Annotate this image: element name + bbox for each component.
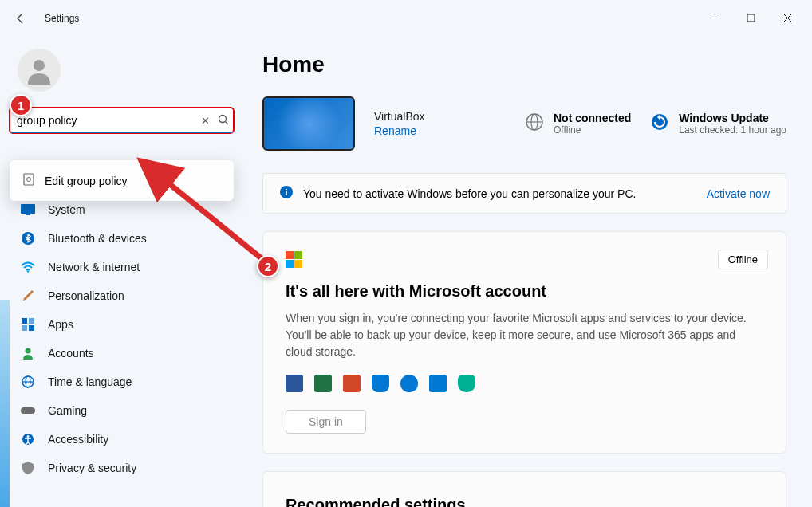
nav-label: Personalization <box>48 289 124 302</box>
svg-text:i: i <box>285 187 287 197</box>
network-status-title: Not connected <box>554 112 631 124</box>
banner-text: You need to activate Windows before you … <box>303 187 636 200</box>
minimize-button[interactable] <box>696 6 732 30</box>
svg-rect-1 <box>747 14 755 22</box>
suggestion-edit-group-policy[interactable]: Edit group policy <box>10 167 234 195</box>
nav-label: Gaming <box>48 404 87 417</box>
desktop-preview[interactable] <box>262 96 355 151</box>
offline-badge: Offline <box>718 250 768 269</box>
svg-rect-11 <box>22 318 27 324</box>
microsoft-account-card: Offline It's all here with Microsoft acc… <box>262 231 786 454</box>
card-desc: When you sign in, you're connecting your… <box>286 310 763 360</box>
wifi-icon <box>21 260 35 274</box>
nav-bluetooth[interactable]: Bluetooth & devices <box>10 224 234 253</box>
brush-icon <box>21 289 35 303</box>
card-title: It's all here with Microsoft account <box>286 282 763 301</box>
back-button[interactable] <box>6 4 35 33</box>
svg-rect-19 <box>21 407 35 414</box>
microsoft-logo <box>286 251 763 268</box>
family-icon <box>458 375 475 392</box>
svg-point-5 <box>219 115 227 122</box>
nav-time-language[interactable]: Time & language <box>10 367 234 396</box>
system-icon <box>21 202 35 217</box>
svg-rect-8 <box>26 214 30 215</box>
suggestion-label: Edit group policy <box>45 175 128 187</box>
nav-apps[interactable]: Apps <box>10 310 234 339</box>
device-name: VirtualBox <box>374 110 425 123</box>
svg-rect-12 <box>29 318 34 324</box>
nav-label: Accessibility <box>48 433 108 446</box>
page-title: Home <box>262 52 786 77</box>
update-icon <box>650 112 669 135</box>
onedrive-icon <box>400 375 418 392</box>
apps-icon <box>21 317 35 332</box>
signin-button[interactable]: Sign in <box>286 410 366 434</box>
nav-label: Time & language <box>48 375 132 388</box>
update-sub: Last checked: 1 hour ago <box>679 124 786 136</box>
nav-label: Apps <box>48 318 73 331</box>
user-icon <box>21 346 35 360</box>
rename-link[interactable]: Rename <box>374 124 425 137</box>
svg-rect-14 <box>29 325 34 331</box>
recommended-title: Recommended settings <box>286 496 763 507</box>
taskbar-edge <box>0 300 10 507</box>
annotation-marker-1: 1 <box>10 94 32 116</box>
nav-label: System <box>48 203 85 216</box>
close-button[interactable] <box>769 6 806 30</box>
nav-gaming[interactable]: Gaming <box>10 396 234 425</box>
app-title: Settings <box>45 13 79 24</box>
powerpoint-icon <box>343 375 361 392</box>
nav-accessibility[interactable]: Accessibility <box>10 425 234 454</box>
accessibility-icon <box>21 432 35 446</box>
svg-rect-7 <box>21 204 35 214</box>
avatar[interactable] <box>18 49 61 92</box>
policy-icon <box>22 173 35 188</box>
info-icon: i <box>279 185 294 202</box>
outlook-icon <box>429 375 447 392</box>
nav-network[interactable]: Network & internet <box>10 253 234 281</box>
nav-privacy[interactable]: Privacy & security <box>10 454 234 482</box>
word-icon <box>286 375 303 392</box>
nav-label: Privacy & security <box>48 462 136 474</box>
nav-label: Bluetooth & devices <box>48 232 147 245</box>
svg-point-15 <box>26 348 31 354</box>
bluetooth-icon <box>21 231 35 246</box>
update-title: Windows Update <box>679 112 786 124</box>
clear-search-icon[interactable]: ✕ <box>201 115 210 127</box>
nav-accounts[interactable]: Accounts <box>10 339 234 367</box>
svg-point-10 <box>27 270 29 272</box>
activate-link[interactable]: Activate now <box>707 187 770 200</box>
svg-point-23 <box>27 178 31 182</box>
gamepad-icon <box>21 403 35 418</box>
nav-label: Accounts <box>48 347 94 360</box>
activation-banner: i You need to activate Windows before yo… <box>262 173 786 214</box>
globe-icon <box>21 375 35 389</box>
nav-personalization[interactable]: Personalization <box>10 281 234 310</box>
svg-point-4 <box>34 60 45 71</box>
search-input[interactable] <box>10 108 234 133</box>
excel-icon <box>314 375 332 392</box>
network-status-sub: Offline <box>554 124 631 136</box>
svg-rect-13 <box>22 325 27 331</box>
annotation-marker-2: 2 <box>257 255 279 277</box>
svg-line-6 <box>226 121 229 124</box>
search-icon[interactable] <box>218 114 229 128</box>
svg-rect-22 <box>24 174 34 185</box>
svg-point-21 <box>27 435 30 438</box>
nav-label: Network & internet <box>48 261 140 273</box>
maximize-button[interactable] <box>732 6 769 30</box>
shield-icon <box>21 461 35 475</box>
search-suggestions: Edit group policy <box>10 160 234 201</box>
defender-icon <box>372 375 389 392</box>
network-icon <box>525 112 544 135</box>
